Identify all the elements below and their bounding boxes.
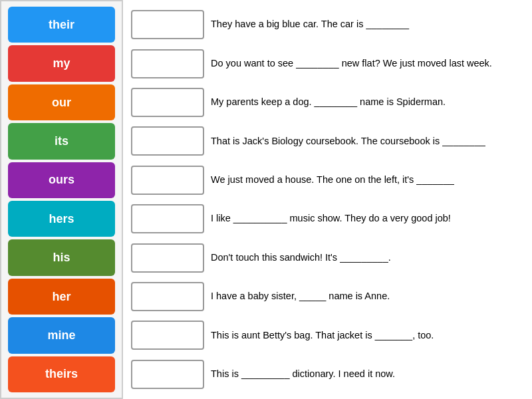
answer-box-9[interactable] bbox=[131, 321, 204, 350]
exercise-row: I like __________ music show. They do a … bbox=[131, 201, 524, 237]
sentence-3: My parents keep a dog. ________ name is … bbox=[211, 96, 446, 109]
word-btn-hers[interactable]: hers bbox=[8, 201, 115, 237]
exercise-row: My parents keep a dog. ________ name is … bbox=[131, 84, 524, 120]
word-btn-theirs[interactable]: theirs bbox=[8, 356, 115, 392]
answer-box-5[interactable] bbox=[131, 166, 204, 195]
word-btn-her[interactable]: her bbox=[8, 279, 115, 315]
answer-box-1[interactable] bbox=[131, 10, 204, 39]
word-btn-his[interactable]: his bbox=[8, 239, 115, 275]
word-btn-mine[interactable]: mine bbox=[8, 317, 115, 353]
exercise-row: We just moved a house. The one on the le… bbox=[131, 162, 524, 198]
sentence-7: Don't touch this sandwich! It's ________… bbox=[211, 251, 391, 265]
word-btn-their[interactable]: their bbox=[8, 7, 115, 43]
exercise-row: This is aunt Betty's bag. That jacket is… bbox=[131, 317, 524, 353]
word-btn-our[interactable]: our bbox=[8, 84, 115, 120]
sentence-2: Do you want to see ________ new flat? We… bbox=[211, 57, 492, 70]
word-btn-ours[interactable]: ours bbox=[8, 162, 115, 198]
sentence-10: This is _________ dictionary. I need it … bbox=[211, 368, 395, 381]
sentence-4: That is Jack's Biology coursebook. The c… bbox=[211, 135, 485, 148]
sentence-1: They have a big blue car. The car is ___… bbox=[211, 18, 409, 31]
answer-box-10[interactable] bbox=[131, 360, 204, 389]
sentence-8: I have a baby sister, _____ name is Anne… bbox=[211, 290, 390, 303]
answer-box-2[interactable] bbox=[131, 49, 204, 78]
sentence-9: This is aunt Betty's bag. That jacket is… bbox=[211, 329, 434, 342]
exercise-row: That is Jack's Biology coursebook. The c… bbox=[131, 123, 524, 159]
word-btn-its[interactable]: its bbox=[8, 123, 115, 159]
answer-box-4[interactable] bbox=[131, 126, 204, 156]
exercise-row: Don't touch this sandwich! It's ________… bbox=[131, 239, 524, 275]
exercise-row: Do you want to see ________ new flat? We… bbox=[131, 45, 524, 81]
exercise-row: They have a big blue car. The car is ___… bbox=[131, 7, 524, 43]
word-btn-my[interactable]: my bbox=[8, 45, 115, 81]
answer-box-6[interactable] bbox=[131, 204, 204, 233]
answer-box-3[interactable] bbox=[131, 88, 204, 117]
answer-box-7[interactable] bbox=[131, 243, 204, 273]
sentence-6: I like __________ music show. They do a … bbox=[211, 212, 451, 225]
sentence-5: We just moved a house. The one on the le… bbox=[211, 174, 454, 187]
exercise-row: This is _________ dictionary. I need it … bbox=[131, 356, 524, 392]
answer-box-8[interactable] bbox=[131, 282, 204, 311]
exercise-row: I have a baby sister, _____ name is Anne… bbox=[131, 279, 524, 315]
words-panel: theirmyouritsourshershisherminetheirs bbox=[0, 0, 123, 399]
exercises-panel: They have a big blue car. The car is ___… bbox=[123, 0, 532, 399]
